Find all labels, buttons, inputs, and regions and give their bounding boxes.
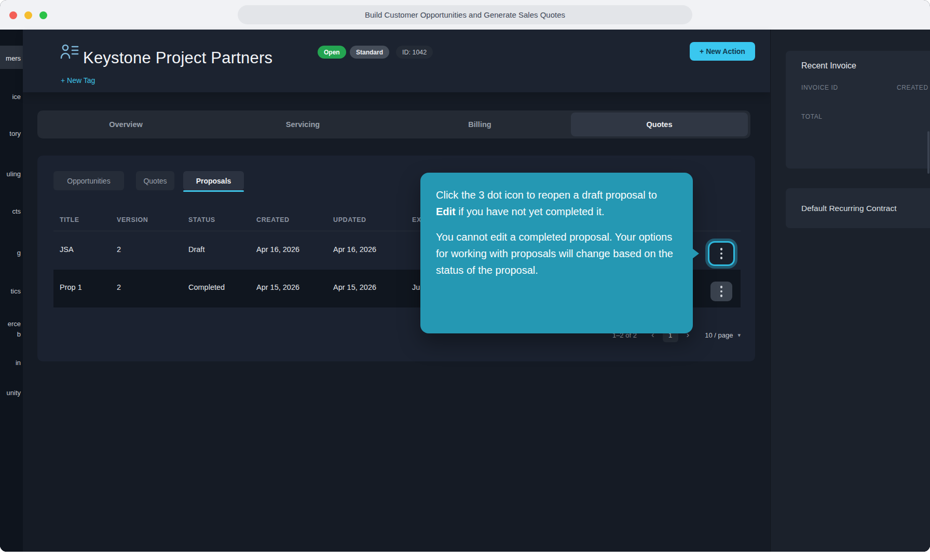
tab-overview[interactable]: Overview xyxy=(37,110,214,138)
right-panel: Recent Invoice INVOICE ID CREATED TOTAL … xyxy=(770,30,930,552)
cell-created: Apr 15, 2026 xyxy=(256,283,299,291)
tooltip-arrow xyxy=(692,248,699,259)
recent-invoice-card: Recent Invoice INVOICE ID CREATED TOTAL xyxy=(786,51,930,169)
cell-version: 2 xyxy=(117,245,121,254)
subtab-proposals[interactable]: Proposals xyxy=(183,171,244,190)
column-header-created: CREATED xyxy=(256,216,290,223)
subtab-opportunities[interactable]: Opportunities xyxy=(53,171,124,190)
left-nav-sidebar: mers ice tory uling cts g tics erce b in… xyxy=(0,30,23,552)
cell-title: Prop 1 xyxy=(60,283,82,291)
sidebar-item-analytics[interactable]: tics xyxy=(11,286,21,297)
invoice-id-label: INVOICE ID xyxy=(801,84,838,91)
sidebar-item-service[interactable]: ice xyxy=(12,92,21,102)
plan-badge: Standard xyxy=(350,46,389,59)
sidebar-item-admin[interactable]: in xyxy=(16,358,21,368)
contract-card-title: Default Recurring Contract xyxy=(801,204,897,213)
chevron-down-icon[interactable]: ▾ xyxy=(737,332,741,339)
subtab-quotes[interactable]: Quotes xyxy=(136,171,174,190)
tab-quotes[interactable]: Quotes xyxy=(571,113,748,136)
new-action-button[interactable]: + New Action xyxy=(690,42,755,61)
customer-header: Keystone Project Partners Open Standard … xyxy=(23,30,770,92)
minimize-window-button[interactable] xyxy=(24,11,32,19)
cell-title: JSA xyxy=(60,245,74,254)
tooltip-paragraph-1: Click the 3 dot icon to reopen a draft p… xyxy=(436,187,674,220)
cell-created: Apr 16, 2026 xyxy=(256,245,299,254)
customer-tabbar: Overview Servicing Billing Quotes xyxy=(37,110,750,138)
tab-billing[interactable]: Billing xyxy=(391,110,568,138)
sidebar-item-community[interactable]: unity xyxy=(7,388,21,398)
cell-expires: Ju xyxy=(412,283,420,291)
row-actions-kebab-menu-icon[interactable] xyxy=(710,282,732,301)
traffic-lights xyxy=(9,11,47,19)
close-window-button[interactable] xyxy=(9,11,17,19)
page-title: Keystone Project Partners xyxy=(83,49,272,67)
contact-card-icon xyxy=(60,43,79,62)
sidebar-item-billing[interactable]: g xyxy=(17,248,21,258)
cell-status: Completed xyxy=(188,283,225,291)
sidebar-item-scheduling[interactable]: uling xyxy=(7,169,21,179)
new-tag-button[interactable]: + New Tag xyxy=(61,76,95,85)
tooltip-paragraph-2: You cannot edit a completed proposal. Yo… xyxy=(436,229,674,278)
invoice-total-label: TOTAL xyxy=(801,113,823,120)
cell-updated: Apr 16, 2026 xyxy=(333,245,376,254)
sidebar-item-customers[interactable]: mers xyxy=(6,53,21,64)
titlebar: Build Customer Opportunities and Generat… xyxy=(0,0,930,30)
column-header-status: STATUS xyxy=(188,216,215,223)
invoice-created-label: CREATED xyxy=(897,84,928,91)
app-window: Build Customer Opportunities and Generat… xyxy=(0,0,930,552)
default-recurring-contract-card: Default Recurring Contract xyxy=(786,188,930,228)
scrollbar-thumb[interactable] xyxy=(927,131,929,174)
cell-status: Draft xyxy=(188,245,204,254)
tab-servicing[interactable]: Servicing xyxy=(214,110,391,138)
sidebar-item-history[interactable]: tory xyxy=(9,129,21,139)
sidebar-item-products[interactable]: cts xyxy=(12,206,21,217)
coachmark-tooltip: Click the 3 dot icon to reopen a draft p… xyxy=(420,173,693,333)
status-badge: Open xyxy=(318,46,346,59)
column-header-title: TITLE xyxy=(60,216,79,223)
active-subtab-underline xyxy=(183,190,244,192)
window-title: Build Customer Opportunities and Generat… xyxy=(238,5,692,24)
zoom-window-button[interactable] xyxy=(39,11,47,19)
app-content: mers ice tory uling cts g tics erce b in… xyxy=(0,30,930,552)
sidebar-item-commerce[interactable]: erce xyxy=(8,319,21,329)
sidebar-item-hub[interactable]: b xyxy=(17,329,21,340)
column-header-version: VERSION xyxy=(117,216,148,223)
page-size-selector[interactable]: 10 / page xyxy=(705,331,733,339)
column-header-updated: UPDATED xyxy=(333,216,366,223)
recent-invoice-title: Recent Invoice xyxy=(801,61,856,71)
customer-id-chip: ID: 1042 xyxy=(396,46,433,59)
cell-version: 2 xyxy=(117,283,121,291)
cell-updated: Apr 15, 2026 xyxy=(333,283,376,291)
row-actions-kebab-menu-icon[interactable] xyxy=(709,243,733,264)
